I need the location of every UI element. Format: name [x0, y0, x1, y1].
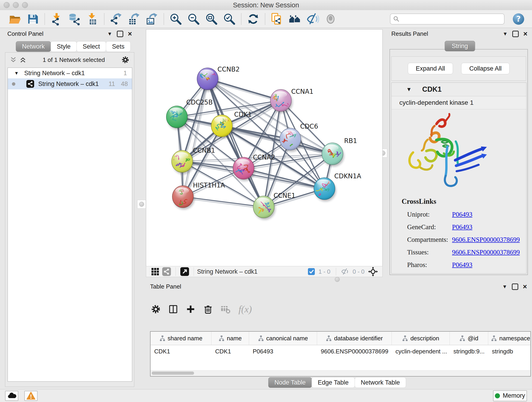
hide-selected-button[interactable] [304, 12, 322, 27]
protein-card: ▼ CDK1 cyclin-dependent kinase 1 [391, 83, 526, 274]
left-splitter-handle[interactable] [137, 200, 146, 209]
grid-view-button[interactable] [151, 267, 159, 276]
crosslink-row: Compartments:9606.ENSP00000378699 [402, 236, 522, 243]
column-header-databaseidentifier[interactable]: database identifier [317, 332, 392, 345]
tab-network-table[interactable]: Network Table [355, 377, 406, 388]
float-panel-icon[interactable] [512, 283, 518, 290]
crosslink-link[interactable]: P06493 [452, 223, 472, 231]
collection-expand-icon[interactable]: ▼ [14, 70, 19, 76]
float-panel-icon[interactable] [512, 31, 519, 37]
eye-slash-icon [306, 13, 319, 26]
network-row-selected[interactable]: String Network – cdk1 11 48 [8, 78, 132, 89]
control-panel: Control Panel ▼ × NetworkStyleSelectSets… [2, 28, 135, 387]
column-header-name[interactable]: name [211, 332, 249, 345]
save-session-button[interactable] [24, 12, 42, 27]
zoom-out-button[interactable] [185, 12, 203, 27]
column-header-id[interactable]: @id [450, 332, 488, 345]
crosslink-link[interactable]: 9606.ENSP00000378699 [452, 249, 520, 256]
table-cell: stringdb:9... [450, 348, 488, 355]
create-column-button[interactable] [185, 302, 196, 317]
hidden-eye-slash-icon [341, 268, 349, 276]
tab-node-table[interactable]: Node Table [268, 377, 312, 388]
close-panel-icon[interactable]: × [523, 283, 527, 290]
tab-edge-table[interactable]: Edge Table [312, 377, 355, 388]
network-node-RB1[interactable]: RB1 [322, 137, 357, 167]
collapse-card-icon[interactable]: ▼ [406, 86, 412, 93]
horizontal-splitter[interactable] [144, 277, 531, 281]
node-table[interactable]: shared namenamecanonical namedatabase id… [150, 331, 531, 376]
network-node-CDKN1A[interactable]: CDKN1A [313, 172, 361, 201]
memory-button[interactable]: Memory [493, 390, 527, 401]
collapse-all-button[interactable]: Collapse All [461, 63, 510, 74]
refresh-icon [247, 13, 260, 26]
tab-string[interactable]: String [445, 41, 475, 51]
export-image-button[interactable] [143, 12, 161, 27]
close-panel-icon[interactable]: × [523, 30, 527, 37]
tab-style[interactable]: Style [51, 41, 77, 52]
open-session-button[interactable] [6, 12, 24, 27]
network-collection-row[interactable]: ▼ String Network – cdk1 1 [8, 68, 132, 78]
zoom-selected-button[interactable] [220, 12, 238, 27]
tab-sets[interactable]: Sets [106, 41, 131, 52]
search-box[interactable] [390, 13, 505, 25]
warnings-button[interactable] [24, 391, 38, 401]
new-network-from-selection-button[interactable] [268, 12, 286, 27]
docs-share-icon [271, 13, 283, 26]
show-columns-button[interactable] [167, 302, 179, 317]
cloud-button[interactable] [5, 391, 18, 401]
crosslink-link[interactable]: P06493 [452, 261, 472, 269]
panel-menu-icon[interactable]: ▼ [502, 284, 507, 289]
zoom-in-button[interactable] [167, 12, 185, 27]
crosslink-row: Pharos:P06493 [402, 261, 522, 269]
network-node-CCNA1[interactable]: CCNA1 [270, 88, 313, 113]
table-options-button[interactable] [150, 302, 162, 317]
network-node-HIST1H1A[interactable]: HIST1H1A [172, 182, 225, 210]
home-button[interactable] [286, 12, 304, 27]
main-toolbar: ? [0, 10, 532, 28]
expand-all-networks-icon[interactable] [19, 56, 26, 63]
import-table-from-file-button[interactable] [83, 12, 101, 27]
table-cell: cyclin-dependent ... [392, 348, 450, 355]
network-options-gear-icon[interactable] [121, 56, 129, 64]
search-input[interactable] [399, 14, 501, 24]
node-label: RB1 [344, 137, 357, 145]
selected-checkbox-icon[interactable] [308, 268, 315, 275]
network-canvas[interactable]: CCNB2 CCNA1 CDC25B CDK1 CDC6 RB1 CCNB1 C… [146, 29, 383, 266]
network-share-icon [26, 80, 34, 88]
open-in-new-window-button[interactable] [180, 267, 189, 276]
apply-preferred-layout-button[interactable] [244, 12, 262, 27]
table-row[interactable]: CDK1CDK1P064939606.ENSP00000378699cyclin… [151, 345, 530, 357]
panel-menu-icon[interactable]: ▼ [503, 32, 508, 36]
tab-network[interactable]: Network [16, 41, 51, 52]
crosslink-link[interactable]: P06493 [452, 211, 472, 218]
column-header-namespace[interactable]: namespace [488, 332, 531, 345]
scrollbar-thumb[interactable] [152, 371, 194, 375]
close-panel-icon[interactable]: × [128, 30, 132, 37]
show-all-button[interactable] [322, 12, 340, 27]
float-panel-icon[interactable] [117, 31, 123, 37]
export-network-button[interactable] [107, 12, 125, 27]
navigate-crosshair-icon[interactable] [368, 267, 378, 276]
expand-all-button[interactable]: Expand All [408, 63, 453, 74]
network-graph[interactable]: CCNB2 CCNA1 CDC25B CDK1 CDC6 RB1 CCNB1 C… [146, 30, 382, 266]
panel-menu-icon[interactable]: ▼ [107, 32, 112, 36]
column-header-canonicalname[interactable]: canonical name [249, 332, 317, 345]
help-button[interactable]: ? [512, 13, 525, 25]
crosslink-link[interactable]: 9606.ENSP00000378699 [452, 236, 520, 243]
export-net-icon [110, 13, 123, 26]
share-view-button[interactable] [162, 267, 171, 276]
import-network-from-file-button[interactable] [48, 12, 65, 27]
delete-columns-button[interactable] [202, 302, 214, 317]
tab-select[interactable]: Select [76, 41, 106, 52]
collapse-all-networks-icon[interactable] [10, 56, 17, 63]
column-header-description[interactable]: description [392, 332, 450, 345]
import-network-from-database-button[interactable] [65, 12, 83, 27]
export-table-button[interactable] [125, 12, 143, 27]
window-title: Session: New Session [0, 1, 532, 9]
crosslinks-rows: Uniprot:P06493GeneCard:P06493Compartment… [402, 211, 522, 269]
column-header-sharedname[interactable]: shared name [151, 332, 211, 345]
table-horizontal-scrollbar[interactable] [151, 370, 530, 376]
zoom-fit-button[interactable] [203, 12, 220, 27]
network-node-CCNB1[interactable]: CCNB1 [172, 147, 215, 174]
hidden-count: 0 - 0 [353, 268, 365, 275]
